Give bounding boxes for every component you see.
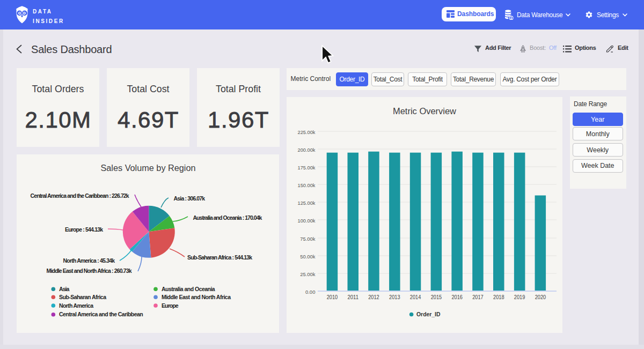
svg-text:2011: 2011 xyxy=(347,294,358,300)
svg-text:25.00k: 25.00k xyxy=(300,271,316,277)
svg-text:175.00k: 175.00k xyxy=(298,165,316,170)
svg-text:225.00k: 225.00k xyxy=(298,129,316,135)
svg-text:Central America and the Caribb: Central America and the Caribbean : 226.… xyxy=(31,192,129,199)
svg-text:Central America and the Caribb: Central America and the Caribbean xyxy=(59,311,143,317)
svg-text:150.00k: 150.00k xyxy=(298,182,316,188)
svg-text:200.00k: 200.00k xyxy=(298,147,316,153)
svg-text:2020: 2020 xyxy=(535,294,546,300)
svg-text:Sub-Saharan Africa: Sub-Saharan Africa xyxy=(59,294,106,300)
svg-text:2012: 2012 xyxy=(368,294,379,300)
svg-text:Middle East and North Africa :: Middle East and North Africa : 260.73k xyxy=(47,268,132,274)
svg-text:Europe : 544.13k: Europe : 544.13k xyxy=(65,226,103,233)
svg-text:2017: 2017 xyxy=(472,294,484,300)
svg-text:2016: 2016 xyxy=(451,294,463,300)
svg-text:Australia and Oceania: Australia and Oceania xyxy=(162,286,215,292)
svg-text:Australia and Oceania : 170.04: Australia and Oceania : 170.04k xyxy=(193,214,262,221)
svg-text:2018: 2018 xyxy=(493,294,504,300)
svg-text:North America : 45.34k: North America : 45.34k xyxy=(63,257,115,264)
svg-text:Metric Overview: Metric Overview xyxy=(393,107,456,116)
svg-text:Sales Volume by Region: Sales Volume by Region xyxy=(101,164,196,173)
svg-text:2013: 2013 xyxy=(389,294,400,300)
svg-text:2015: 2015 xyxy=(431,294,442,300)
svg-text:2014: 2014 xyxy=(410,294,421,300)
svg-text:Middle East and North Africa: Middle East and North Africa xyxy=(162,294,231,300)
svg-text:100.00k: 100.00k xyxy=(298,218,316,224)
svg-text:125.00k: 125.00k xyxy=(298,200,316,206)
svg-text:Sub-Saharan Africa : 544.13k: Sub-Saharan Africa : 544.13k xyxy=(187,254,252,261)
svg-text:2019: 2019 xyxy=(514,294,525,300)
svg-text:50.00k: 50.00k xyxy=(300,254,316,259)
svg-text:Asia: Asia xyxy=(59,286,69,292)
svg-text:Order_ID: Order_ID xyxy=(416,311,441,317)
svg-text:North America: North America xyxy=(59,302,93,309)
svg-text:Asia : 306.07k: Asia : 306.07k xyxy=(174,195,206,202)
svg-text:Europe: Europe xyxy=(162,302,179,309)
svg-text:2010: 2010 xyxy=(327,294,338,300)
svg-text:0.00: 0.00 xyxy=(305,289,316,295)
svg-text:75.00k: 75.00k xyxy=(300,236,316,242)
